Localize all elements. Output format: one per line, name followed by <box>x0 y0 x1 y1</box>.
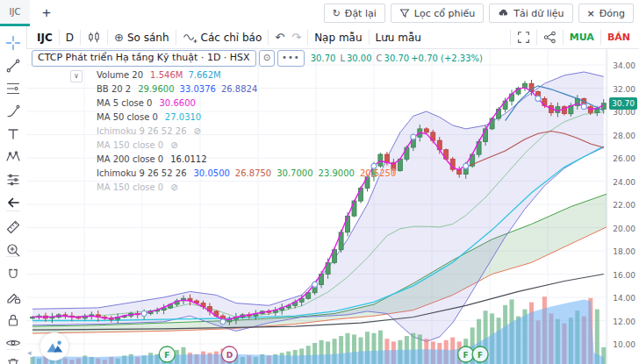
undo-button[interactable]: ↶ <box>275 31 284 44</box>
download-label: Tải dữ liệu <box>513 8 564 19</box>
indicator-row[interactable]: MA 150 close 0⊘ <box>56 139 396 153</box>
collapse-chevron-icon[interactable]: ∨ <box>70 70 83 82</box>
ohlc-label: C <box>377 54 383 63</box>
compare-button[interactable]: ⊕ So sánh <box>114 31 169 44</box>
ohlc-value: +0.70 (+2.33%) <box>411 54 483 63</box>
chart-toolbar: IJC D ⊕ So sánh Các chỉ báo ↶ ↷ Nạp mẫu … <box>26 26 639 49</box>
scroll-left-arrow-icon[interactable]: ◂ <box>27 348 32 357</box>
divider <box>536 30 537 45</box>
indicator-name: MA 150 close 0 <box>97 182 163 192</box>
indicator-row[interactable]: BB 20 229.960033.037626.8824 <box>56 82 396 96</box>
price-axis-tick: 28.00 <box>613 132 635 140</box>
fullscreen-icon <box>517 31 530 44</box>
broker-logo-icon <box>43 335 66 358</box>
fib-retracement-icon <box>5 81 21 96</box>
eye-off-icon[interactable]: ⊘ <box>194 126 201 136</box>
indicator-row[interactable]: ∨Volume 201.546M7.662M <box>56 68 396 82</box>
svg-text:F: F <box>164 351 169 360</box>
price-axis-tick: 10.00 <box>613 340 635 349</box>
divider <box>369 30 370 45</box>
toggle-visibility-eye-icon[interactable]: ⊙ <box>259 50 275 67</box>
indicator-value: 16.0112 <box>170 154 206 164</box>
price-axis-tick: 24.00 <box>613 178 635 187</box>
divider <box>59 30 60 45</box>
tool-crosshair-cursor[interactable] <box>4 33 23 53</box>
divider <box>6 256 20 257</box>
header-actions: ↻ Đặt lại Lọc cổ phiếu Tải dữ liệu × Đón… <box>324 4 634 23</box>
reset-button[interactable]: ↻ Đặt lại <box>324 4 385 23</box>
indicator-row[interactable]: MA 150 close 0⊘ <box>56 181 396 195</box>
indicator-value: 30.7000 <box>276 168 312 178</box>
ohlc-value: 30.70 <box>384 54 410 63</box>
filter-stocks-button[interactable]: Lọc cổ phiếu <box>391 4 484 23</box>
tool-long-position[interactable] <box>4 170 23 189</box>
indicator-row[interactable]: Ichimoku 9 26 52 26⊘ <box>56 125 396 139</box>
text-icon <box>5 126 21 142</box>
tool-trend-line[interactable] <box>4 56 23 75</box>
symbol-button[interactable]: IJC <box>37 32 53 44</box>
indicator-value: 29.9600 <box>138 84 174 94</box>
price-axis-tick: 22.00 <box>613 201 635 210</box>
close-label: Đóng <box>600 8 625 19</box>
download-data-button[interactable]: Tải dữ liệu <box>489 4 572 23</box>
sell-button[interactable]: BÁN <box>607 32 630 43</box>
brush-icon <box>5 103 21 119</box>
chart-style-button[interactable] <box>87 31 101 45</box>
indicator-row[interactable]: MA 200 close 016.0112 <box>56 153 396 167</box>
crosshair-icon <box>5 35 21 51</box>
more-options-icon[interactable]: ••• <box>277 50 305 67</box>
indicator-value: 30.6600 <box>160 98 196 108</box>
tab-ijc[interactable]: IJC <box>0 0 30 26</box>
indicator-value: 1.546M <box>150 70 183 80</box>
tool-hide-panel-arrow[interactable] <box>4 193 23 212</box>
price-axis-tick: 16.00 <box>613 271 635 280</box>
redo-button[interactable]: ↷ <box>291 31 301 44</box>
divider <box>268 30 269 45</box>
eye-off-icon[interactable]: ⊘ <box>170 182 177 192</box>
tool-remove-all[interactable] <box>4 354 23 364</box>
load-template-button[interactable]: Nạp mẫu <box>314 32 362 44</box>
indicator-row[interactable]: MA 5 close 030.6600 <box>56 96 396 111</box>
svg-text:F: F <box>477 351 483 360</box>
tool-text[interactable] <box>4 125 23 144</box>
buy-button[interactable]: MUA <box>570 32 594 43</box>
eye-off-icon[interactable]: ⊘ <box>170 140 177 150</box>
price-axis-tick: 20.00 <box>613 225 635 233</box>
price-axis-tick: 34.00 <box>613 61 635 70</box>
header-bar: IJC + ↻ Đặt lại Lọc cổ phiếu Tải dữ liệu… <box>0 0 639 27</box>
interval-button[interactable]: D <box>66 32 74 44</box>
trend-line-icon <box>5 58 21 74</box>
share-button[interactable] <box>543 31 556 44</box>
indicator-name: MA 50 close 0 <box>97 112 158 122</box>
price-axis[interactable]: 34.0032.0030.0028.0026.0024.0022.0020.00… <box>607 49 639 364</box>
chart-legend-header: CTCP Phát triển Hạ tầng Kỹ thuật · 1D · … <box>32 50 483 67</box>
chart-area[interactable]: FDFF CTCP Phát triển Hạ tầng Kỹ thuật · … <box>26 49 607 364</box>
indicator-name: Ichimoku 9 26 52 26 <box>97 126 187 136</box>
tool-lock-drawing[interactable] <box>4 288 23 307</box>
indicator-name: MA 5 close 0 <box>97 98 153 108</box>
tool-xabcd-pattern[interactable] <box>4 147 23 167</box>
trading-app: IJC + ↻ Đặt lại Lọc cổ phiếu Tải dữ liệu… <box>0 0 639 364</box>
candles-icon <box>87 31 101 45</box>
tool-magnet[interactable] <box>4 265 23 284</box>
tool-fib-retracement[interactable] <box>4 79 23 98</box>
add-tab-button[interactable]: + <box>39 2 54 25</box>
close-button[interactable]: × Đóng <box>578 4 634 23</box>
xabcd-pattern-icon <box>5 149 21 165</box>
compare-label: So sánh <box>127 32 169 44</box>
indicator-row[interactable]: MA 50 close 027.0310 <box>56 111 396 125</box>
price-axis-tick: 18.00 <box>613 247 635 256</box>
symbol-description[interactable]: CTCP Phát triển Hạ tầng Kỹ thuật · 1D · … <box>32 50 256 67</box>
divider <box>176 30 176 45</box>
divider <box>307 30 308 45</box>
indicator-value: 26.8824 <box>221 84 257 94</box>
tool-lock-all[interactable] <box>4 310 23 330</box>
save-template-button[interactable]: Lưu mẫu <box>376 32 421 44</box>
tool-measure-ruler[interactable] <box>4 218 23 237</box>
tool-brush[interactable] <box>4 102 23 121</box>
fullscreen-button[interactable] <box>517 31 530 44</box>
indicator-value: 20.5250 <box>360 168 396 178</box>
indicator-row[interactable]: Ichimoku 9 26 52 2630.050026.875030.7000… <box>56 167 396 181</box>
price-axis-tick: 32.00 <box>613 85 635 94</box>
indicators-button[interactable]: Các chỉ báo <box>183 31 262 44</box>
